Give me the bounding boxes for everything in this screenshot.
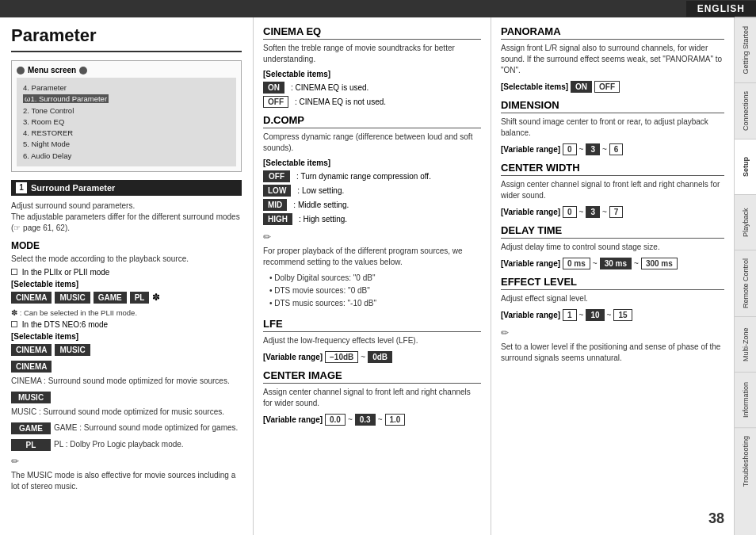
page-number: 38	[708, 510, 724, 527]
dts-list-item3: • DTS music sources: "-10 dB"	[269, 297, 481, 310]
ci-range-row: [Variable range] 0.0 ~ 0.3 ~ 1.0	[263, 414, 481, 426]
lfe-min: −10dB	[325, 351, 358, 363]
pencil-icon-left: ✏	[11, 456, 242, 467]
badge-music-plII: MUSIC	[55, 292, 90, 304]
cw-val1: 0	[563, 206, 577, 218]
lfe-range-row: [Variable range] −10dB ~ 0dB	[263, 351, 481, 363]
selectable-label-dts: [Selectable items]	[11, 332, 242, 341]
el-tilde1: ~	[579, 311, 584, 319]
dts-note-mid: For proper playback of the different pro…	[263, 246, 481, 268]
effect-desc: Adjust effect signal level.	[501, 293, 724, 304]
sidebar-tab-multi-zone[interactable]: Multi-Zone	[735, 316, 756, 372]
delay-desc: Adjust delay time to control sound stage…	[501, 242, 724, 253]
right-sidebar: Getting Started Connections Setup Playba…	[734, 17, 756, 535]
menu-item-audio: 6. Audio Delay	[23, 151, 230, 162]
dt-val1: 0 ms	[563, 258, 590, 269]
music-desc: MUSIC : Surround sound mode optimized fo…	[11, 407, 224, 418]
badge-cinema-dts: CINEMA	[11, 344, 52, 356]
pl-desc: PL : Dolby Pro Logic playback mode.	[54, 439, 184, 450]
badge-dcomp-off: OFF	[263, 170, 290, 182]
dt-val3: 300 ms	[641, 258, 678, 269]
dim-range-label: [Variable range]	[501, 145, 560, 154]
selectable-label-plII: [Selectable items]	[11, 280, 242, 289]
dt-range-label: [Variable range]	[501, 259, 560, 268]
menu-screen-label: Menu screen	[17, 66, 236, 75]
mode-desc: Select the mode according to the playbac…	[11, 254, 242, 263]
selectable-label-cinema-eq: [Selectable items]	[263, 70, 481, 78]
menu-screen-content: 4. Parameter ω1. Surround Parameter 2. T…	[17, 78, 236, 166]
ci-val2: 0.3	[355, 414, 376, 426]
lfe-desc: Adjust the low-frequency effects level (…	[263, 335, 481, 346]
dcomp-off-row: OFF : Turn dynamic range compression off…	[263, 170, 481, 182]
plIIx-label: In the PLIIx or PLII mode	[11, 268, 242, 277]
sidebar-tab-connections[interactable]: Connections	[735, 82, 756, 139]
panorama-desc: Assign front L/R signal also to surround…	[501, 43, 724, 76]
el-val3: 15	[613, 309, 632, 321]
dcomp-desc: Compress dynamic range (difference betwe…	[263, 132, 481, 154]
mode-title: MODE	[11, 240, 242, 251]
dt-tilde2: ~	[634, 259, 639, 268]
sidebar-tab-troubleshooting[interactable]: Troubleshooting	[735, 427, 756, 495]
pencil-note-left: The MUSIC mode is also effective for mov…	[11, 470, 242, 492]
dcomp-low-desc: : Low setting.	[297, 186, 344, 195]
top-bar: ENGLISH	[0, 0, 756, 17]
sidebar-tab-setup[interactable]: Setup	[735, 139, 756, 194]
game-desc-row: GAME GAME : Surround sound mode optimize…	[11, 422, 242, 434]
menu-item-parameter: 4. Parameter	[23, 82, 230, 94]
sidebar-tab-remote-control[interactable]: Remote Control	[735, 250, 756, 316]
badge-game-plII: GAME	[94, 292, 127, 304]
el-val2: 10	[586, 309, 604, 321]
music-desc-row: MUSIC MUSIC : Surround sound mode optimi…	[11, 392, 242, 418]
on-row: ON : CINEMA EQ is used.	[263, 82, 481, 94]
on-desc: : CINEMA EQ is used.	[291, 83, 368, 92]
sidebar-tab-information[interactable]: Information	[735, 372, 756, 427]
dts-badge-row: CINEMA MUSIC	[11, 344, 242, 356]
ci-tilde1: ~	[348, 415, 353, 424]
center-image-desc: Assign center channel signal to front le…	[263, 387, 481, 409]
dcomp-mid-desc: : Middle setting.	[293, 201, 349, 209]
cw-val2: 3	[586, 206, 600, 218]
dcomp-off-desc: : Turn dynamic range compression off.	[296, 172, 431, 181]
el-val1: 1	[563, 309, 577, 321]
badge-dcomp-high: HIGH	[263, 213, 292, 225]
badge-off: OFF	[263, 96, 288, 108]
badge-pl-item: PL	[11, 439, 51, 451]
mid-panel: CINEMA EQ Soften the treble range of mov…	[254, 17, 491, 535]
dts-list-item2: • DTS movie sources: "0 dB"	[269, 285, 481, 297]
dt-range-row: [Variable range] 0 ms ~ 30 ms ~ 300 ms	[501, 258, 724, 269]
ci-tilde2: ~	[378, 415, 383, 424]
panorama-off: OFF	[594, 81, 620, 93]
dcomp-mid-row: MID : Middle setting.	[263, 199, 481, 211]
menu-item-surround: ω1. Surround Parameter	[23, 94, 230, 105]
ci-val1: 0.0	[325, 414, 346, 426]
badge-dcomp-mid: MID	[263, 199, 287, 211]
dcomp-high-row: HIGH : High setting.	[263, 213, 481, 225]
surround-header: 1 Surround Parameter	[11, 180, 242, 196]
game-desc: GAME : Surround sound mode optimized for…	[54, 422, 238, 434]
delay-time-title: DELAY TIME	[501, 224, 724, 239]
el-tilde2: ~	[607, 311, 612, 319]
dim-val2: 3	[586, 143, 600, 155]
bullet-circle-right	[79, 67, 87, 75]
badge-on: ON	[263, 82, 284, 94]
sidebar-tab-playback[interactable]: Playback	[735, 194, 756, 250]
bullet-circle-left	[17, 67, 25, 75]
cinema-desc: CINEMA : Surround sound mode optimized f…	[11, 376, 230, 387]
cinema-desc-row: CINEMA CINEMA : Surround sound mode opti…	[11, 361, 242, 387]
square-bullet-dts	[11, 321, 17, 327]
lfe-tilde: ~	[361, 353, 365, 361]
cinema-eq-title: CINEMA EQ	[263, 25, 481, 40]
pencil-icon-mid: ✏	[263, 231, 481, 243]
cinema-eq-desc: Soften the treble range of movie soundtr…	[263, 43, 481, 65]
dts-list-item1: • Dolby Digital sources: "0 dB"	[269, 272, 481, 285]
selectable-label-dcomp: [Selectable items]	[263, 159, 481, 167]
dcomp-high-desc: : High setting.	[299, 215, 347, 224]
badge-cinema-item: CINEMA	[11, 361, 52, 373]
dt-tilde1: ~	[593, 259, 598, 268]
sidebar-tab-getting-started[interactable]: Getting Started	[735, 17, 756, 82]
plII-badge-row: CINEMA MUSIC GAME PL ✽	[11, 292, 242, 304]
panorama-selectable-label: [Selectable items]	[501, 82, 568, 91]
panorama-title: PANORAMA	[501, 25, 724, 40]
right-panel: PANORAMA Assign front L/R signal also to…	[491, 17, 734, 535]
dcomp-title: D.COMP	[263, 114, 481, 128]
